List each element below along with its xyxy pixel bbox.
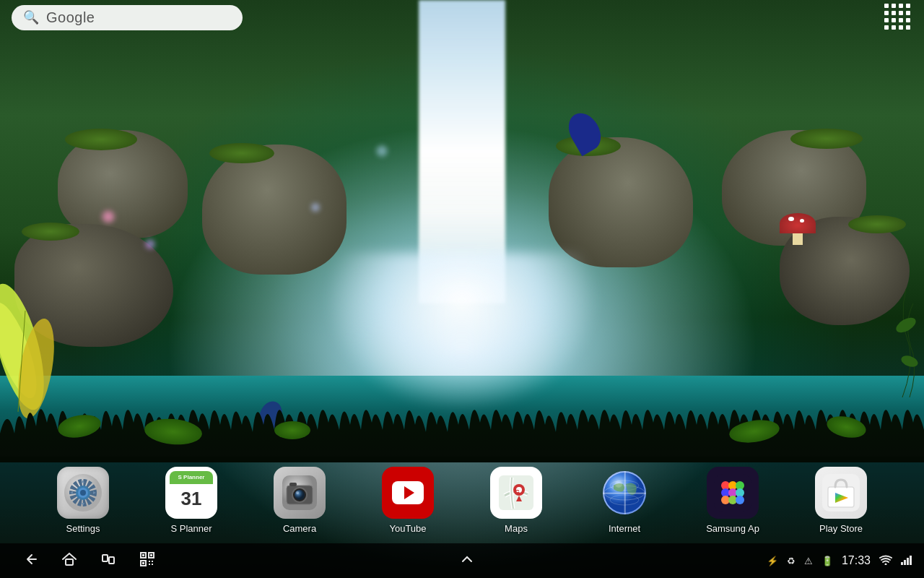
svg-rect-53	[152, 564, 153, 565]
moss-6	[848, 215, 906, 233]
up-button[interactable]	[458, 551, 476, 571]
back-button[interactable]	[22, 551, 39, 571]
svg-rect-16	[289, 483, 297, 486]
maps-label: Maps	[505, 523, 528, 534]
svg-point-54	[884, 563, 886, 565]
svg-rect-48	[150, 554, 152, 556]
svg-rect-49	[142, 562, 144, 564]
moss-1	[65, 129, 137, 150]
rock-center-right	[549, 137, 693, 267]
scan-button[interactable]	[139, 551, 156, 571]
splanner-icon: S Planner 31	[165, 467, 217, 519]
playstore-label: Play Store	[819, 523, 863, 534]
nav-center	[318, 551, 615, 571]
playstore-svg	[822, 474, 860, 512]
youtube-icon	[382, 467, 434, 519]
svg-point-15	[296, 491, 299, 494]
app-samsung[interactable]: Samsung Ap	[700, 467, 765, 534]
maps-svg: G	[497, 474, 535, 512]
internet-icon	[598, 467, 650, 519]
samsung-label: Samsung Ap	[706, 523, 759, 534]
youtube-play-btn	[392, 481, 424, 504]
settings-icon	[57, 467, 109, 519]
svg-point-38	[736, 496, 744, 504]
app-maps[interactable]: G Maps	[484, 467, 549, 534]
svg-rect-56	[904, 560, 906, 565]
app-internet[interactable]: Internet	[592, 467, 657, 534]
svg-point-28	[615, 480, 622, 488]
google-label: Google	[46, 9, 95, 26]
recycle-icon: ♻	[787, 556, 796, 566]
svg-rect-47	[142, 554, 144, 556]
nav-bar: ⚡ ♻ ⚠ 🔋 17:33	[0, 543, 924, 578]
app-splanner[interactable]: S Planner 31 S Planner	[159, 467, 224, 534]
firefly-2	[144, 238, 156, 250]
svg-point-22	[604, 473, 645, 513]
lily-pad-3	[274, 421, 310, 439]
app-dock: Settings S Planner 31 S Planner	[0, 457, 924, 543]
mushroom	[780, 213, 816, 245]
app-youtube[interactable]: YouTube	[375, 467, 440, 534]
calendar-date: 31	[181, 488, 202, 510]
firefly-3	[310, 202, 321, 212]
moss-3	[209, 143, 274, 163]
firefly-4	[375, 144, 388, 158]
grid-dots-icon	[884, 4, 912, 31]
nav-left	[0, 551, 318, 571]
search-icon: 🔍	[23, 9, 39, 25]
globe-icon	[603, 471, 646, 514]
moss-2	[22, 223, 79, 241]
svg-point-4	[894, 315, 918, 336]
google-search-bar[interactable]: 🔍 Google	[12, 5, 243, 30]
settings-gear-svg	[64, 474, 102, 512]
wifi-icon	[879, 555, 892, 567]
svg-rect-42	[103, 555, 108, 561]
battery-icon: 🔋	[821, 556, 833, 566]
camera-svg	[282, 475, 317, 510]
svg-rect-43	[109, 557, 114, 564]
bottom-dark-overlay	[0, 428, 924, 457]
svg-rect-55	[901, 562, 903, 565]
waterfall-mist	[325, 253, 599, 412]
calendar-inner: S Planner 31	[170, 471, 213, 514]
svg-point-14	[295, 490, 305, 500]
top-bar: 🔍 Google	[0, 0, 924, 35]
svg-point-23	[604, 486, 645, 500]
svg-rect-52	[149, 564, 150, 565]
svg-rect-57	[907, 558, 909, 565]
globe-svg	[603, 471, 646, 514]
svg-rect-51	[152, 561, 153, 562]
settings-label: Settings	[66, 523, 100, 534]
camera-label: Camera	[283, 523, 316, 534]
recents-button[interactable]	[100, 551, 117, 571]
svg-text:G: G	[515, 488, 520, 496]
svg-rect-50	[149, 561, 150, 562]
samsung-svg	[714, 474, 751, 512]
samsung-icon	[707, 467, 759, 519]
warning-icon: ⚠	[804, 556, 813, 566]
splanner-label: S Planner	[170, 523, 212, 534]
youtube-label: YouTube	[389, 523, 426, 534]
signal-icon	[901, 555, 912, 567]
playstore-icon	[815, 467, 867, 519]
app-settings[interactable]: Settings	[51, 467, 116, 534]
home-button[interactable]	[61, 551, 78, 571]
svg-point-10	[80, 490, 86, 496]
internet-label: Internet	[609, 523, 640, 534]
app-playstore[interactable]: Play Store	[808, 467, 873, 534]
apps-grid-button[interactable]	[884, 3, 912, 32]
nav-right: ⚡ ♻ ⚠ 🔋 17:33	[616, 554, 924, 567]
svg-rect-58	[910, 556, 912, 565]
charge-icon: ⚡	[767, 556, 778, 566]
camera-icon	[274, 467, 326, 519]
moss-5	[790, 129, 863, 149]
svg-rect-41	[66, 559, 73, 565]
maps-icon: G	[490, 467, 542, 519]
firefly-1	[101, 210, 116, 224]
app-camera[interactable]: Camera	[267, 467, 332, 534]
svg-point-5	[899, 353, 919, 368]
time-display: 17:33	[842, 554, 871, 567]
right-vines	[863, 289, 920, 397]
